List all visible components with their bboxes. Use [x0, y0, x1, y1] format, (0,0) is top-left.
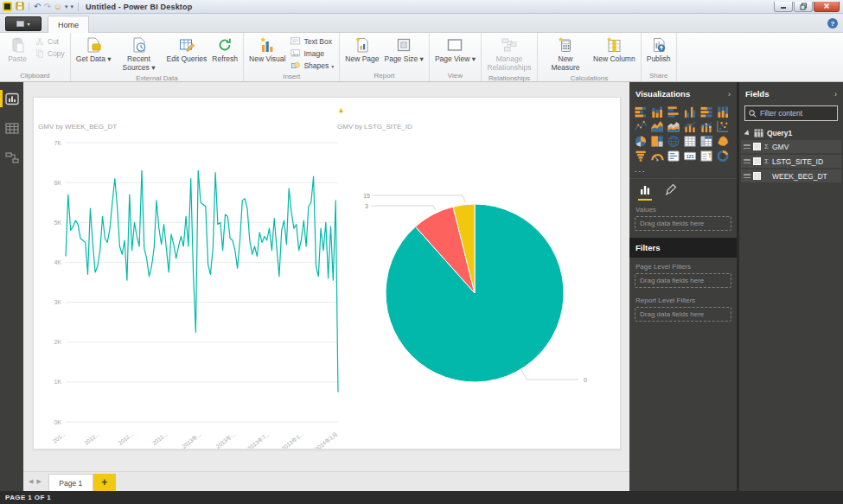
page-size-button[interactable]: Page Size ▾: [382, 35, 426, 65]
svg-text:7K: 7K: [54, 140, 61, 146]
viz-type-scatter-icon[interactable]: [715, 120, 730, 133]
viz-type-map-icon[interactable]: [666, 135, 680, 148]
filter-section-label: Page Level Filters: [629, 258, 737, 273]
text-box-button[interactable]: Text Box: [288, 35, 336, 48]
manage-relationships-label: Manage Relationships: [487, 54, 532, 72]
viz-type-clustered-column-icon[interactable]: [682, 105, 697, 118]
field-row-lstg_site_id[interactable]: ΣLSTG_SITE_ID: [741, 155, 841, 168]
qat-separator: [78, 3, 79, 11]
help-icon[interactable]: ?: [827, 18, 838, 29]
file-menu-button[interactable]: ▾: [5, 16, 42, 31]
publish-button[interactable]: Publish: [644, 35, 674, 65]
save-icon[interactable]: [16, 2, 24, 12]
visualizations-header[interactable]: Visualizations ›: [629, 82, 737, 104]
fields-header[interactable]: Fields ›: [739, 82, 843, 104]
svg-text:5K: 5K: [54, 220, 61, 226]
filter-dropzone[interactable]: Drag data fields here: [635, 307, 731, 322]
cut-button[interactable]: Cut: [32, 35, 67, 48]
viz-type-filled-map-icon[interactable]: [715, 135, 730, 148]
viz-type-stacked-area-icon[interactable]: [666, 120, 680, 133]
field-checkbox[interactable]: [753, 172, 761, 180]
refresh-label: Refresh: [212, 54, 238, 63]
svg-text:123: 123: [686, 154, 693, 159]
viz-type-pie-icon[interactable]: [633, 135, 648, 148]
visual-type-grid: 123...: [629, 104, 737, 178]
window-title: Untitled - Power BI Desktop: [86, 3, 192, 11]
viz-type-stacked-column-icon[interactable]: [649, 105, 664, 118]
field-search-input[interactable]: Filter content: [744, 105, 838, 121]
viz-more-button[interactable]: ...: [633, 164, 733, 176]
add-page-button[interactable]: +: [93, 474, 116, 491]
new-measure-button[interactable]: New Measure: [540, 35, 591, 73]
rail-report-view[interactable]: [0, 89, 23, 108]
viz-type-clustered-bar-icon[interactable]: [666, 105, 680, 118]
refresh-button[interactable]: Refresh: [209, 35, 240, 65]
field-name: GMV: [772, 143, 789, 151]
values-dropzone[interactable]: Drag data fields here: [635, 216, 731, 231]
field-format-tabs: [629, 178, 737, 201]
get-data-label: Get Data ▾: [76, 54, 112, 63]
field-checkbox[interactable]: [753, 157, 761, 165]
undo-icon[interactable]: ↶: [34, 3, 41, 11]
rail-relationships-view[interactable]: [0, 148, 23, 167]
minimize-button[interactable]: [774, 2, 793, 12]
viz-type-slicer-icon[interactable]: [699, 150, 713, 163]
shapes-label: Shapes: [303, 61, 329, 70]
page-tab[interactable]: Page 1: [48, 474, 93, 491]
new-visual-button[interactable]: New Visual: [246, 35, 288, 65]
collapse-chevron-icon[interactable]: ›: [728, 90, 731, 99]
page-view-button[interactable]: Page View ▾: [432, 35, 478, 65]
viz-type-100-stacked-column-icon[interactable]: [715, 105, 730, 118]
shapes-button[interactable]: Shapes▾: [288, 60, 336, 72]
viz-type-line-stacked-column-icon[interactable]: [699, 120, 713, 133]
get-data-button[interactable]: Get Data ▾: [73, 35, 114, 65]
viz-type-treemap-icon[interactable]: [649, 135, 664, 148]
rail-data-view[interactable]: [0, 118, 23, 137]
format-tab[interactable]: [664, 182, 678, 201]
warning-icon[interactable]: ▲!: [337, 106, 345, 114]
new-page-button[interactable]: New Page: [342, 35, 381, 65]
viz-type-donut-icon[interactable]: [715, 150, 730, 163]
viz-type-area-icon[interactable]: [649, 120, 664, 133]
viz-type-table-icon[interactable]: [682, 135, 697, 148]
field-checkbox[interactable]: [753, 143, 761, 150]
field-row-week_beg_dt[interactable]: WEEK_BEG_DT: [741, 169, 841, 182]
viz-type-card-icon[interactable]: 123: [682, 150, 697, 163]
recent-sources-button[interactable]: Recent Sources ▾: [114, 35, 164, 73]
viz-type-funnel-icon[interactable]: [633, 150, 648, 163]
page-nav: ◀ ▶: [29, 471, 42, 491]
manage-relationships-button[interactable]: Manage Relationships: [484, 35, 534, 73]
viz-type-100-stacked-bar-icon[interactable]: [699, 105, 713, 118]
report-page[interactable]: 0K1K2K3K4K5K6K7K201...2012...2012...2012…: [33, 97, 621, 450]
dropdown-caret-icon: ▾: [331, 63, 334, 69]
restore-button[interactable]: [794, 2, 813, 12]
field-row-gmv[interactable]: ΣGMV: [741, 140, 841, 153]
edit-queries-button[interactable]: Edit Queries: [164, 35, 210, 65]
viz-type-line-clustered-column-icon[interactable]: [682, 120, 697, 133]
viz-type-stacked-bar-icon[interactable]: [633, 105, 648, 118]
paste-button[interactable]: Paste: [3, 35, 32, 65]
close-button[interactable]: [814, 2, 840, 12]
fields-tab[interactable]: [638, 182, 652, 201]
smiley-caret-icon[interactable]: ▾: [65, 3, 68, 11]
table-node-query1[interactable]: Query1: [739, 126, 843, 140]
search-icon: [749, 110, 757, 118]
qat-menu-caret-icon[interactable]: ▾: [71, 3, 74, 11]
collapse-chevron-icon[interactable]: ›: [834, 90, 837, 99]
new-column-button[interactable]: New Column: [591, 35, 638, 65]
prev-page-icon[interactable]: ◀: [29, 478, 33, 485]
copy-button[interactable]: Copy: [32, 48, 67, 60]
smiley-feedback-icon[interactable]: ☺: [54, 3, 62, 11]
app-logo-icon: [3, 2, 12, 11]
viz-type-gauge-icon[interactable]: [649, 150, 664, 163]
tab-home[interactable]: Home: [48, 16, 89, 33]
redo-icon[interactable]: ↷: [43, 3, 50, 11]
viz-type-line-icon[interactable]: [633, 120, 648, 133]
group-label-insert: Insert: [246, 72, 336, 82]
report-canvas[interactable]: 0K1K2K3K4K5K6K7K201...2012...2012...2012…: [23, 82, 629, 471]
next-page-icon[interactable]: ▶: [36, 478, 41, 485]
image-button[interactable]: Image: [288, 48, 336, 60]
viz-type-multi-row-card-icon[interactable]: [666, 150, 680, 163]
viz-type-matrix-icon[interactable]: [699, 135, 713, 148]
filter-dropzone[interactable]: Drag data fields here: [635, 273, 731, 288]
